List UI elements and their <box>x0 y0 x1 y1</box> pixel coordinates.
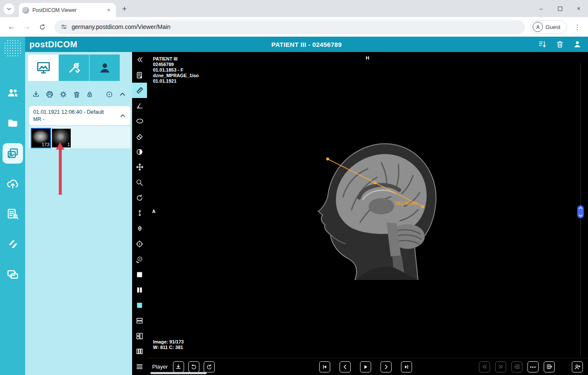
folder-icon <box>7 117 19 129</box>
sidebar-item-transfer[interactable] <box>3 264 23 285</box>
tab-close-icon[interactable]: × <box>105 6 112 14</box>
tab-search-button[interactable] <box>3 3 14 14</box>
series-thumbnail-1[interactable]: 173 <box>32 129 50 147</box>
layout-1x2-button[interactable] <box>132 282 147 297</box>
url-bar[interactable]: germany.postdicom.com/Viewer/Main <box>55 20 525 34</box>
account-icon[interactable] <box>573 40 582 49</box>
mpr-icon <box>105 90 113 98</box>
skip-end-button[interactable] <box>401 361 412 372</box>
window-level-tool[interactable] <box>132 144 147 159</box>
layout-2rows-button[interactable] <box>132 313 147 328</box>
brand-logo[interactable]: postDICOM <box>29 40 77 49</box>
loop-button[interactable] <box>188 361 199 372</box>
layout-3cols-button[interactable] <box>132 343 147 359</box>
chevrons-left-icon <box>135 55 144 64</box>
recycle-bin-icon[interactable] <box>556 40 564 49</box>
postdicom-logo-icon <box>3 38 23 58</box>
thumbnail-count: 173 <box>42 142 49 147</box>
minimize-button[interactable]: – <box>532 0 551 17</box>
download-button[interactable] <box>32 90 40 98</box>
window-controls: – × <box>532 0 588 17</box>
reference-lines-tool[interactable] <box>132 236 147 251</box>
rewind-button[interactable] <box>479 361 490 372</box>
sidebar-item-worklist[interactable] <box>3 204 23 224</box>
sort-descending-icon[interactable] <box>538 40 547 49</box>
new-tab-button[interactable]: + <box>118 3 130 15</box>
sidebar-item-folders[interactable] <box>3 113 23 133</box>
fast-forward-icon <box>498 363 504 370</box>
forward-button[interactable]: → <box>20 20 34 34</box>
sidebar-item-studies[interactable] <box>3 143 23 164</box>
ruler-tool[interactable] <box>132 83 147 98</box>
layout-cine-button[interactable] <box>132 297 147 313</box>
settings-sync-button[interactable] <box>59 90 67 98</box>
layout-mixed-button[interactable] <box>132 328 147 343</box>
fast-forward-button[interactable] <box>495 361 506 372</box>
measurement-value[interactable]: 183.96mm <box>395 201 417 206</box>
back-button[interactable]: ← <box>4 20 19 34</box>
pan-tool[interactable] <box>132 159 147 175</box>
series-group-subtitle: MR - <box>33 116 119 122</box>
reload-icon <box>39 23 46 31</box>
print-button[interactable] <box>46 90 54 98</box>
maximize-button[interactable] <box>551 0 569 17</box>
magnifier-icon <box>135 179 144 187</box>
player-bar: Player ••• <box>147 358 588 375</box>
site-settings-icon[interactable] <box>61 23 67 30</box>
collapse-panel-button[interactable] <box>132 52 147 67</box>
orientation-marker-top: H <box>366 55 369 61</box>
previous-button[interactable] <box>340 361 351 372</box>
monitor-image-icon <box>36 60 51 75</box>
angle-tool[interactable] <box>132 98 147 113</box>
browser-menu-icon[interactable]: ⋮ <box>571 20 584 33</box>
delete-button[interactable] <box>73 91 81 98</box>
series-group-header[interactable]: 01.01.1921 12:06:40 - Default MR - <box>29 106 130 125</box>
stack-tool[interactable] <box>132 221 147 236</box>
zoom-tool[interactable] <box>132 175 147 190</box>
next-button[interactable] <box>380 361 392 372</box>
image-scroll-handle[interactable] <box>577 205 584 218</box>
rotate-icon <box>135 194 144 202</box>
angle-icon <box>135 102 144 110</box>
close-window-button[interactable]: × <box>569 0 588 17</box>
layout-rows-button[interactable] <box>132 359 147 374</box>
scroll-tool[interactable] <box>132 205 147 221</box>
browser-tab[interactable]: PostDICOM Viewer × <box>19 3 116 17</box>
cine-direction-button[interactable] <box>204 361 215 372</box>
play-button[interactable] <box>360 361 371 372</box>
export-frames-button[interactable] <box>173 361 184 372</box>
ellipse-tool[interactable] <box>132 113 147 129</box>
more-options-button[interactable]: ••• <box>527 361 539 372</box>
horizontal-scrollbar[interactable] <box>150 372 207 374</box>
grid-collapse-button[interactable] <box>511 361 522 372</box>
probe-tool[interactable] <box>132 251 147 267</box>
tab-viewer[interactable] <box>28 55 58 81</box>
chevron-up-icon[interactable] <box>119 112 126 119</box>
reload-button[interactable] <box>35 20 49 34</box>
patients-icon <box>6 87 19 99</box>
app-sidebar <box>0 37 25 375</box>
lock-button[interactable] <box>86 91 93 98</box>
skip-start-button[interactable] <box>319 361 330 372</box>
tab-tools[interactable] <box>59 55 89 81</box>
loop-icon <box>190 363 197 370</box>
download-icon <box>175 363 182 370</box>
profile-button[interactable]: Guest <box>530 20 567 34</box>
collapse-series-toolbar[interactable] <box>119 91 126 98</box>
settings-sync-icon <box>59 90 67 98</box>
sidebar-item-patients[interactable] <box>3 83 23 103</box>
tab-patient-info[interactable] <box>89 55 120 81</box>
sidebar-item-share[interactable] <box>3 234 23 254</box>
mpr-button[interactable] <box>105 90 113 98</box>
dicom-viewport[interactable]: 183.96mm PATIENT III 02456789 01.01.1853… <box>147 52 588 358</box>
eraser-tool[interactable] <box>132 129 147 144</box>
sidebar-item-upload[interactable] <box>3 173 23 194</box>
play-icon <box>363 364 369 370</box>
layout-1x1-button[interactable] <box>132 267 147 282</box>
report-tool[interactable] <box>132 67 147 83</box>
rotate-tool[interactable] <box>132 190 147 205</box>
add-user-button[interactable] <box>572 361 583 372</box>
grid-expand-button[interactable] <box>544 361 555 372</box>
profile-label: Guest <box>545 24 560 30</box>
ruler-icon <box>135 86 144 95</box>
